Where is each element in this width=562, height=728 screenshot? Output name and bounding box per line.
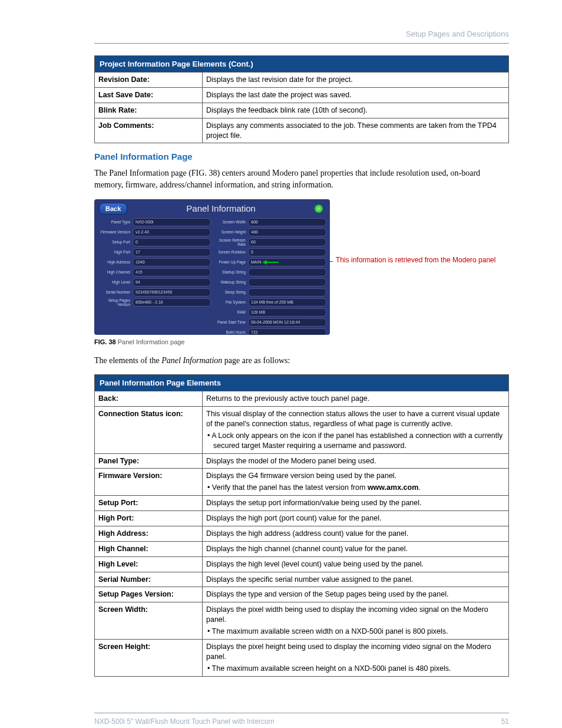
table-row-desc: Displays the specific serial number valu… [203,572,509,587]
panel-field-label: High Address [98,260,133,264]
panel-field-label: Wakeup String [213,280,248,284]
panel-field-label: RAM [213,310,248,314]
table-row-label: Connection Status icon: [95,407,203,454]
figure-callout: This information is retrieved from the M… [330,199,495,265]
table-row-desc: Displays the feedback blink rate (10th o… [203,103,509,118]
panel-field-value: 1040 [133,258,211,266]
panel-field-label: High Level [98,280,133,284]
intro-elements-paragraph: The elements of the Panel Information pa… [94,355,509,367]
table-row-label: Last Save Date: [95,87,203,103]
section-heading: Panel Information Page [94,151,509,162]
panel-field-label: Firmware Version [98,230,133,234]
table-row-desc: Displays the last revision date for the … [203,73,509,88]
footer-page-number: 51 [501,717,509,726]
panel-field-value [248,288,326,297]
panel-field-label: Serial Number [98,290,133,294]
table-row-label: Revision Date: [95,73,203,88]
panel-field-label: Sleep String [213,290,248,294]
panel-field-label: File System [213,300,248,304]
table-row-label: Setup Pages Version: [95,587,203,602]
panel-field-label: Startup String [213,270,248,274]
panel-field-value: 722 [248,328,326,335]
table-row-label: Panel Type: [95,453,203,469]
panel-field-value: 0 [248,248,326,256]
panel-field-value: 9234567890123456 [133,288,211,297]
table-row-desc: Displays the setup port information/valu… [203,496,509,511]
table-row-label: High Channel: [95,541,203,556]
panel-field-value: 480 [248,228,326,236]
panel-field-value: 800 [248,218,326,226]
panel-field-value: 0 [133,238,211,246]
panel-field-value: 60 [248,238,326,246]
figure-wrap: Back Panel Information Panel TypeNXD-500… [94,199,509,335]
panel-field-value [248,268,326,276]
fig-caption-text: Panel Information page [116,338,185,345]
panel-field-label: Screen Refresh Rate [213,238,248,246]
panel-field-value: 800x480 - 2.16 [133,298,211,307]
header-right-text: Setup Pages and Descriptions [406,29,509,38]
table-row-label: High Address: [95,526,203,541]
panel-back-button[interactable]: Back [99,203,127,215]
table-row-desc: Displays any comments associated to the … [203,118,509,143]
connection-status-icon [315,205,323,213]
panel-field-label: Setup Port [98,240,133,244]
footer-left: NXD-500i 5" Wall/Flush Mount Touch Panel… [94,717,275,726]
panel-field-label: Build Hours [213,330,248,334]
panel-field-label: Power Up Page [213,260,248,264]
table2-title: Panel Information Page Elements [95,375,509,391]
table-row-desc: Displays the type and version of the Set… [203,587,509,602]
table-row-label: Blink Rate: [95,103,203,118]
table-row-desc: Returns to the previously active touch p… [203,391,509,407]
panel-field-label: Screen Width [213,220,248,224]
panel-field-label: Screen Rotation [213,250,248,254]
table-row-desc: Displays the high address (address count… [203,526,509,541]
panel-title: Panel Information [127,203,315,213]
panel-field-value: 08-04-2008 MON 12:18:44 [248,318,326,327]
panel-field-value: 94 [133,278,211,286]
panel-field-label: Setup Pages Version [98,298,133,307]
table-row-desc: Displays the high level (level count) va… [203,556,509,572]
panel-field-value: NXD-500i [133,218,211,226]
table1-title: Project Information Page Elements (Cont.… [95,56,509,73]
table-row-desc: Displays the last date the project was s… [203,87,509,103]
panel-field-label: High Port [98,250,133,254]
table-row-label: Screen Width: [95,602,203,640]
table-row-desc: Displays the pixel height being used to … [203,639,509,676]
table-row-desc: This visual display of the connection st… [203,407,509,454]
panel-field-value: 17 [133,248,211,256]
table-row-label: High Level: [95,556,203,572]
table-row-desc: Displays the high channel (channel count… [203,541,509,556]
table-row-label: High Port: [95,511,203,526]
panel-field-label: High Channel [98,270,133,274]
panel-screenshot: Back Panel Information Panel TypeNXD-500… [94,199,330,335]
project-info-table: Project Information Page Elements (Cont.… [94,55,509,143]
table-row-desc: Displays the high port (port count) valu… [203,511,509,526]
table-row-label: Screen Height: [95,639,203,676]
table-row-label: Back: [95,391,203,407]
panel-field-label: Panel Start Time [213,320,248,324]
table-row-label: Serial Number: [95,572,203,587]
panel-field-value [248,278,326,286]
figure-caption: FIG. 38 Panel Information page [94,338,509,345]
panel-field-value: MAIN [248,258,326,266]
page-footer: NXD-500i 5" Wall/Flush Mount Touch Panel… [94,712,509,726]
table-row-desc: Displays the G4 firmware version being u… [203,469,509,496]
panel-info-elements-table: Panel Information Page Elements Back:Ret… [94,374,509,676]
callout-text: This information is retrieved from the M… [336,256,495,264]
panel-field-value: v2.2.43 [133,228,211,236]
section-paragraph: The Panel Information page (FIG. 38) cen… [94,167,509,190]
panel-field-label: Panel Type [98,220,133,224]
panel-field-value: 134 MB free of 250 MB [248,298,326,307]
table-row-label: Firmware Version: [95,469,203,496]
table-row-desc: Displays the pixel width being used to d… [203,602,509,640]
table-row-label: Setup Port: [95,496,203,511]
panel-field-value: 128 MB [248,308,326,317]
fig-number: FIG. 38 [94,338,116,345]
page-header: Setup Pages and Descriptions [94,29,509,44]
table-row-desc: Displays the model of the Modero panel b… [203,453,509,469]
panel-field-label: Screen Height [213,230,248,234]
panel-field-value: 415 [133,268,211,276]
table-row-label: Job Comments: [95,118,203,143]
